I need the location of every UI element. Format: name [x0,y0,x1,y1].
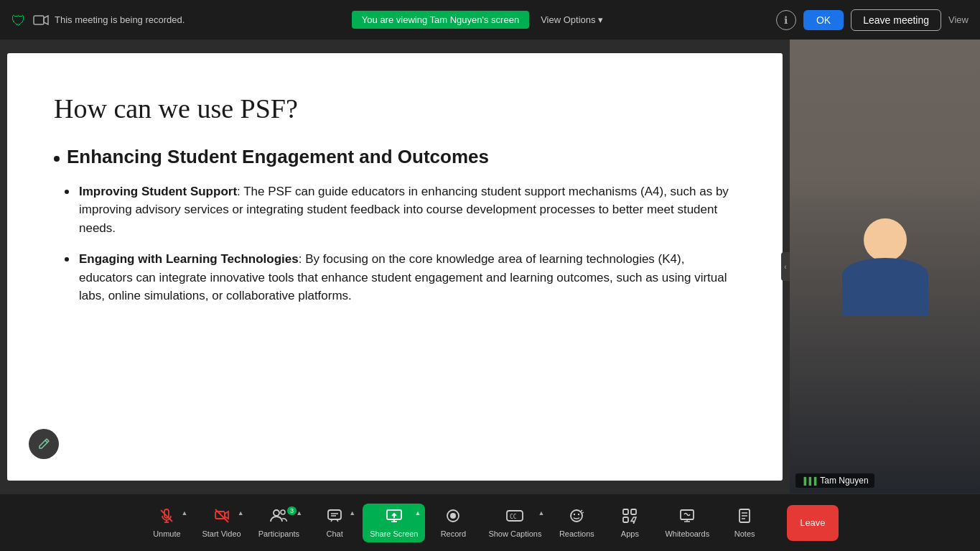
start-video-caret[interactable]: ▲ [238,509,244,517]
recording-indicator: This meeting is being recorded. [33,14,185,26]
svg-rect-27 [623,517,628,522]
apps-button[interactable]: Apps [605,504,655,542]
svg-point-10 [281,510,285,514]
svg-point-9 [274,510,279,516]
apps-icon [622,508,638,527]
apps-label: Apps [621,529,639,538]
share-screen-label: Share Screen [370,529,418,538]
leave-button[interactable]: Leave [787,505,838,541]
slide-main-bullet: Enhancing Student Engagement and Outcome… [54,146,736,168]
main-area: How can we use PSF? Enhancing Student En… [0,40,980,494]
slide-main-bullet-text: Enhancing Student Engagement and Outcome… [67,146,489,168]
chat-button[interactable]: ▲ Chat [309,504,360,542]
reactions-button[interactable]: Reactions [551,504,602,542]
camera-off-icon [214,508,230,527]
notes-icon [737,508,752,527]
slide-container: How can we use PSF? Enhancing Student En… [7,53,783,481]
chat-caret[interactable]: ▲ [349,509,355,517]
svg-point-24 [578,513,579,514]
show-captions-label: Show Captions [488,529,541,538]
start-video-label: Start Video [202,529,241,538]
whiteboards-label: Whiteboards [665,529,709,538]
whiteboards-icon [679,508,695,527]
captions-icon: CC [505,508,524,527]
speaker-name: Tam Nguyen [820,476,868,486]
camera-icon [33,14,49,26]
record-icon [445,508,461,527]
sub-bullet-dot-1 [65,190,69,194]
video-name-tag: ▐▐▐ Tam Nguyen [795,473,874,488]
top-bar-center: You are viewing Tam Nguyen's screen View… [352,11,610,29]
svg-text:CC: CC [510,514,517,520]
reactions-icon [568,508,585,527]
slide-sub-bullet-2: Engaging with Learning Technologies: By … [65,250,736,305]
ok-button[interactable]: OK [803,10,844,30]
sub-bullet-dot-2 [65,257,69,261]
view-button[interactable]: View [948,14,969,25]
svg-point-23 [574,513,575,514]
slide-sub-bullet-1: Improving Student Support: The PSF can g… [65,182,736,238]
recording-text: This meeting is being recorded. [55,14,185,25]
participants-button[interactable]: ▲ 3 Participants [251,504,307,542]
share-screen-caret[interactable]: ▲ [414,509,421,517]
participants-icon [270,508,287,527]
participants-caret[interactable]: ▲ [296,509,302,517]
reactions-label: Reactions [559,529,594,538]
unmute-caret[interactable]: ▲ [181,509,187,517]
video-panel: ‹ ▐▐▐ Tam Nguyen [790,40,980,494]
viewing-banner: You are viewing Tam Nguyen's screen [352,11,529,29]
annotate-button[interactable] [29,429,59,459]
notes-label: Notes [734,529,755,538]
signal-bars-icon: ▐▐▐ [801,477,816,485]
leave-meeting-button[interactable]: Leave meeting [851,9,941,31]
shield-icon: 🛡 [11,13,26,27]
pencil-icon [37,437,50,450]
svg-rect-11 [328,510,341,519]
share-screen-button[interactable]: ▲ Share Screen [363,504,425,542]
svg-marker-1 [44,16,48,24]
record-button[interactable]: Record [428,504,478,542]
slide-area: How can we use PSF? Enhancing Student En… [0,40,790,494]
slide-sub-bullet-text-1: Improving Student Support: The PSF can g… [79,182,736,238]
share-screen-icon [386,508,403,527]
participants-label: Participants [258,529,299,538]
unmute-label: Unmute [153,529,181,538]
notes-button[interactable]: Notes [719,504,770,542]
show-captions-caret[interactable]: ▲ [538,509,544,517]
svg-point-22 [571,510,582,522]
slide-title: How can we use PSF? [54,93,736,124]
chevron-down-icon: ▾ [598,14,603,25]
info-button[interactable]: ℹ [776,10,796,30]
svg-rect-0 [34,16,44,24]
slide-sub-bullets: Improving Student Support: The PSF can g… [65,182,736,305]
video-tile: ▐▐▐ Tam Nguyen [790,40,980,494]
sub-bullet-bold-1: Improving Student Support [79,185,237,198]
top-bar: 🛡 This meeting is being recorded. You ar… [0,0,980,40]
microphone-muted-icon [159,508,174,527]
whiteboards-button[interactable]: Whiteboards [658,504,717,542]
view-options-button[interactable]: View Options ▾ [535,11,609,28]
bullet-dot [54,156,60,162]
participants-badge: 3 [287,506,297,515]
chat-label: Chat [327,529,343,538]
unmute-button[interactable]: ▲ Unmute [141,504,192,542]
svg-rect-25 [623,509,628,514]
chat-icon [327,508,342,527]
sub-bullet-bold-2: Engaging with Learning Technologies [79,252,299,266]
svg-rect-26 [631,509,636,514]
top-bar-left: 🛡 This meeting is being recorded. [11,13,185,27]
show-captions-button[interactable]: ▲ CC Show Captions [481,504,549,542]
collapse-handle[interactable]: ‹ [781,252,790,281]
top-bar-right: ℹ OK Leave meeting View [776,9,969,31]
slide-sub-bullet-text-2: Engaging with Learning Technologies: By … [79,250,736,305]
start-video-button[interactable]: ▲ Start Video [195,504,248,542]
record-label: Record [441,529,466,538]
bottom-toolbar: ▲ Unmute ▲ Start Video ▲ 3 [0,494,980,551]
svg-point-19 [450,513,456,519]
